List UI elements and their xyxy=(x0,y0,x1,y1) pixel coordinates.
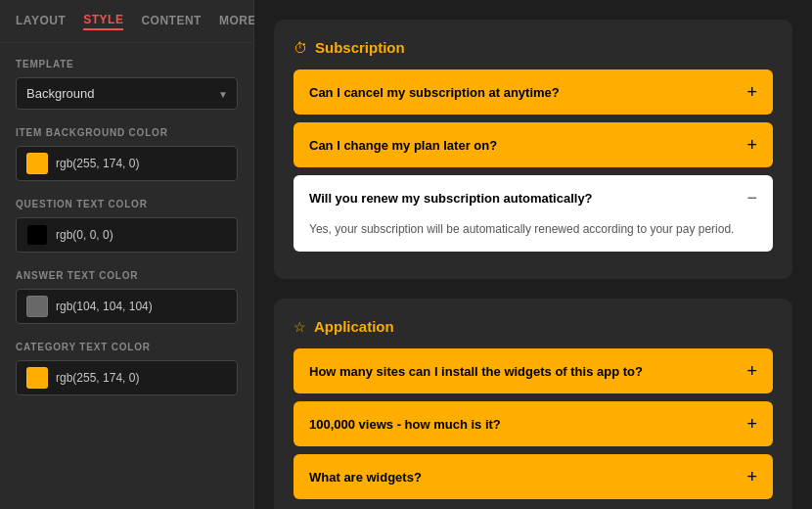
right-panel: ⏱ Subscription Can I cancel my subscript… xyxy=(254,0,812,509)
tabs-bar: LAYOUT STYLE CONTENT MORE xyxy=(0,0,253,43)
answer-text-color-field: ANSWER TEXT COLOR rgb(104, 104, 104) xyxy=(16,270,238,324)
tab-layout[interactable]: LAYOUT xyxy=(16,14,66,29)
faq-question: How many sites can I install the widgets… xyxy=(309,364,643,379)
faq-item: 100,000 views - how much is it? + xyxy=(293,401,773,446)
faq-item: Will you renew my subscription automatic… xyxy=(293,175,773,252)
plus-icon: + xyxy=(746,136,757,154)
question-text-color-picker[interactable]: rgb(0, 0, 0) xyxy=(16,217,238,253)
question-text-color-swatch xyxy=(26,224,48,246)
subscription-header: ⏱ Subscription xyxy=(293,39,773,56)
question-text-color-label: QUESTION TEXT COLOR xyxy=(16,199,238,209)
answer-text-color-picker[interactable]: rgb(104, 104, 104) xyxy=(16,289,238,324)
faq-section-application: ☆ Application How many sites can I insta… xyxy=(274,299,792,509)
subscription-icon: ⏱ xyxy=(293,40,307,56)
tab-content[interactable]: CONTENT xyxy=(141,14,202,29)
faq-item: Can I cancel my subscription at anytime?… xyxy=(293,69,773,115)
faq-item-header[interactable]: Can I cancel my subscription at anytime?… xyxy=(293,69,773,115)
faq-answer-text: Yes, your subscription will be automatic… xyxy=(309,220,757,238)
item-bg-color-swatch xyxy=(26,153,48,174)
question-text-color-value: rgb(0, 0, 0) xyxy=(56,228,113,242)
faq-question: Can I cancel my subscription at anytime? xyxy=(309,85,560,100)
plus-icon: + xyxy=(746,415,757,433)
plus-icon: + xyxy=(746,83,757,101)
faq-section-subscription: ⏱ Subscription Can I cancel my subscript… xyxy=(274,20,792,279)
faq-answer: Yes, your subscription will be automatic… xyxy=(293,220,773,252)
template-select-wrapper: Background Default Minimal ▼ xyxy=(16,77,238,110)
category-text-color-picker[interactable]: rgb(255, 174, 0) xyxy=(16,360,238,395)
item-bg-color-value: rgb(255, 174, 0) xyxy=(56,157,139,170)
minus-icon: − xyxy=(746,189,757,207)
plus-icon: + xyxy=(746,362,757,380)
faq-item: Can I change my plan later on? + xyxy=(293,122,773,167)
application-icon: ☆ xyxy=(293,319,306,335)
answer-text-color-swatch xyxy=(26,296,48,317)
category-text-color-value: rgb(255, 174, 0) xyxy=(56,371,139,385)
subscription-title: Subscription xyxy=(315,39,405,56)
application-header: ☆ Application xyxy=(293,318,773,335)
answer-text-color-label: ANSWER TEXT COLOR xyxy=(16,270,238,281)
item-bg-color-picker[interactable]: rgb(255, 174, 0) xyxy=(16,146,238,181)
faq-item-header[interactable]: How many sites can I install the widgets… xyxy=(293,348,773,393)
template-label: TEMPLATE xyxy=(16,59,238,69)
faq-item-header[interactable]: What are widgets? + xyxy=(293,454,773,499)
faq-question: Can I change my plan later on? xyxy=(309,138,497,153)
answer-text-color-value: rgb(104, 104, 104) xyxy=(56,300,153,313)
left-panel: LAYOUT STYLE CONTENT MORE TEMPLATE Backg… xyxy=(0,0,254,509)
faq-question: Will you renew my subscription automatic… xyxy=(309,191,593,206)
category-text-color-swatch xyxy=(26,367,48,389)
template-field: TEMPLATE Background Default Minimal ▼ xyxy=(16,59,238,110)
faq-question: 100,000 views - how much is it? xyxy=(309,417,501,432)
question-text-color-field: QUESTION TEXT COLOR rgb(0, 0, 0) xyxy=(16,199,238,253)
category-text-color-label: CATEGORY TEXT COLOR xyxy=(16,342,238,352)
faq-item-header[interactable]: 100,000 views - how much is it? + xyxy=(293,401,773,446)
faq-item: How many sites can I install the widgets… xyxy=(293,348,773,393)
panel-content: TEMPLATE Background Default Minimal ▼ IT… xyxy=(0,43,253,509)
category-text-color-field: CATEGORY TEXT COLOR rgb(255, 174, 0) xyxy=(16,342,238,395)
item-bg-color-label: ITEM BACKGROUND COLOR xyxy=(16,127,238,138)
faq-item: What are widgets? + xyxy=(293,454,773,499)
item-bg-color-field: ITEM BACKGROUND COLOR rgb(255, 174, 0) xyxy=(16,127,238,181)
faq-item-header[interactable]: Can I change my plan later on? + xyxy=(293,122,773,167)
faq-item-header[interactable]: Will you renew my subscription automatic… xyxy=(293,175,773,220)
template-select[interactable]: Background Default Minimal xyxy=(16,77,238,110)
plus-icon: + xyxy=(746,468,757,486)
application-title: Application xyxy=(314,318,394,335)
tab-more[interactable]: MORE xyxy=(219,14,256,29)
faq-question: What are widgets? xyxy=(309,470,422,485)
tab-style[interactable]: STYLE xyxy=(83,13,123,30)
